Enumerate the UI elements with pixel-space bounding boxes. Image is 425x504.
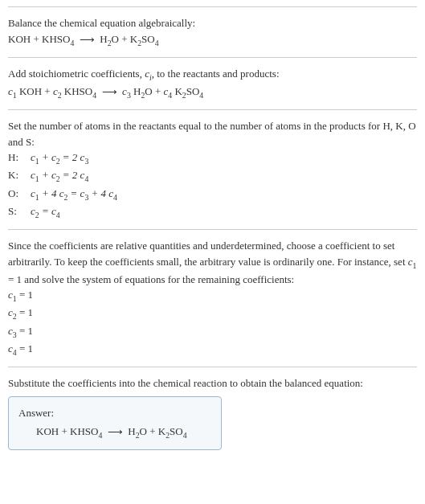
s4a: Since the coefficients are relative quan… — [8, 240, 408, 268]
sub-4: 4 — [70, 38, 74, 47]
eq-lhs: KOH + KHSO — [8, 33, 70, 45]
section-add-coeffs: Add stoichiometric coefficients, ci, to … — [8, 57, 417, 109]
r4v: = 1 — [17, 342, 33, 354]
eq-k: c1 + c2 = 2 c4 — [31, 167, 88, 185]
answer-label: Answer: — [18, 405, 211, 421]
label-h: H: — [8, 150, 31, 166]
row-k: K: c1 + c2 = 2 c4 — [8, 167, 417, 185]
eq-h: c1 + c2 = 2 c3 — [31, 150, 88, 167]
label-s: S: — [8, 203, 31, 219]
h-p: + c — [39, 151, 56, 163]
s4c: = 1 and solve the system of equations fo… — [8, 273, 294, 285]
t2c: , to the reactants and products: — [152, 68, 280, 80]
row-s: S: c2 = c4 — [8, 203, 417, 221]
sub-4b: 4 — [155, 38, 159, 47]
coeff-equation: c1 KOH + c2 KHSO4 ⟶ c3 H2O + c4 K2SO4 — [8, 84, 417, 101]
section-solve: Since the coefficients are relative quan… — [8, 229, 417, 367]
eq-s: c2 = c4 — [31, 203, 60, 221]
k2so: SO — [186, 85, 200, 97]
h2o-o: O + — [145, 85, 163, 97]
section-atom-balance: Set the number of atoms in the reactants… — [8, 109, 417, 229]
h-3: 3 — [84, 157, 88, 166]
s-4: 4 — [56, 210, 60, 219]
o-c2: + 4 c — [39, 187, 64, 199]
ans-h: H — [128, 425, 135, 437]
eq-o: c1 + 4 c2 = c3 + 4 c4 — [31, 186, 117, 203]
ans4: 4 — [98, 431, 102, 440]
sol-row1: c1 = 1 — [8, 287, 417, 305]
khso: KHSO — [62, 85, 93, 97]
ans-ok: O + K — [140, 425, 166, 437]
o-4: 4 — [113, 192, 117, 201]
h-c2i: + c — [39, 151, 56, 163]
eq-h2o-h: H — [100, 33, 107, 45]
k-c2: + c — [39, 169, 56, 181]
eq-so: SO — [141, 33, 155, 45]
intro-line1: Balance the chemical equation algebraica… — [8, 15, 417, 31]
o-c3: = c — [67, 187, 84, 199]
h-c3: = 2 c — [60, 151, 85, 163]
sol-row2: c2 = 1 — [8, 305, 417, 322]
k24: 4 — [199, 91, 203, 100]
k2k: K — [172, 85, 182, 97]
sol-row3: c3 = 1 — [8, 323, 417, 341]
label-o: O: — [8, 186, 31, 202]
ans-lhs: KOH + KHSO — [36, 425, 98, 437]
k-4: 4 — [84, 174, 88, 183]
ans-so: SO — [170, 425, 183, 437]
row-h: H: c1 + c2 = 2 c3 — [8, 150, 417, 167]
row-o: O: c1 + 4 c2 = c3 + 4 c4 — [8, 186, 417, 203]
label-k: K: — [8, 167, 31, 183]
khso4: 4 — [92, 91, 96, 100]
answer-text: Substitute the coefficients into the che… — [8, 375, 417, 391]
solve-text: Since the coefficients are relative quan… — [8, 238, 417, 287]
r2v: = 1 — [17, 306, 33, 318]
intro-equation: KOH + KHSO4 ⟶ H2O + K2SO4 — [8, 31, 417, 49]
o-c4: + 4 c — [88, 187, 113, 199]
k-c4: = 2 c — [60, 169, 85, 181]
r1v: = 1 — [17, 289, 33, 301]
r3v: = 1 — [17, 325, 33, 337]
reaction-arrow-icon: ⟶ — [108, 424, 123, 440]
sol-row4: c4 = 1 — [8, 341, 417, 359]
t2a: Add stoichiometric coefficients, — [8, 68, 145, 80]
answer-equation: KOH + KHSO4 ⟶ H2O + K2SO4 — [18, 424, 211, 441]
add-coeffs-text: Add stoichiometric coefficients, ci, to … — [8, 66, 417, 84]
s4s: 1 — [413, 260, 417, 269]
koh: KOH + — [17, 85, 53, 97]
reaction-arrow-icon: ⟶ — [102, 84, 117, 100]
ans4b: 4 — [183, 431, 187, 440]
s-c4: = c — [39, 205, 56, 217]
h2o-h: H — [131, 85, 141, 97]
reaction-arrow-icon: ⟶ — [80, 32, 95, 48]
eq-h2o-ok: O + K — [112, 33, 138, 45]
atom-balance-text: Set the number of atoms in the reactants… — [8, 118, 417, 150]
section-answer: Substitute the coefficients into the che… — [8, 367, 417, 458]
section-balance-intro: Balance the chemical equation algebraica… — [8, 6, 417, 57]
answer-box: Answer: KOH + KHSO4 ⟶ H2O + K2SO4 — [8, 396, 222, 451]
